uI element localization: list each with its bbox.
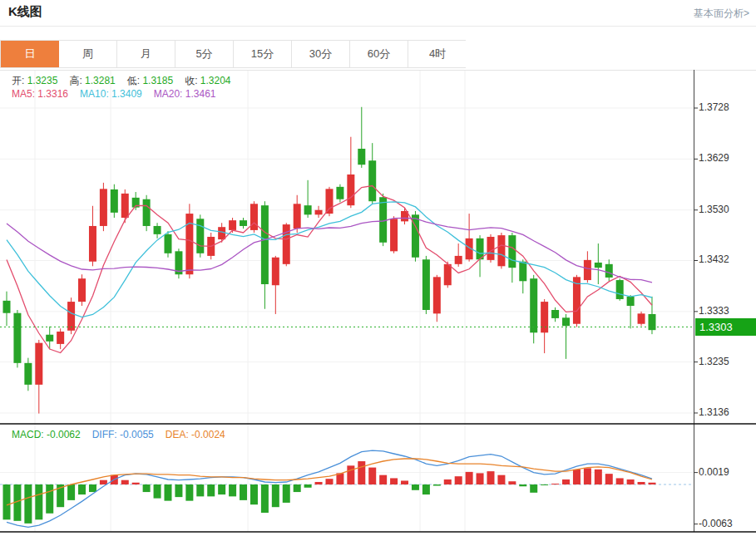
- candle: [519, 262, 526, 282]
- candle: [584, 260, 591, 280]
- macd-bar: [648, 483, 655, 484]
- candle: [497, 235, 505, 266]
- macd-bar: [422, 484, 430, 494]
- macd-bar: [562, 479, 570, 484]
- ma-legend-item: MA10: 1.3409: [80, 88, 142, 100]
- ohlc-legend: 开: 1.3235高: 1.3281低: 1.3185收: 1.3204: [12, 74, 243, 88]
- macd-bar: [229, 484, 236, 496]
- candle: [3, 301, 11, 313]
- macd-axis-tick: 0.0019: [699, 466, 754, 478]
- period-tab-bar: 日周月5分15分30分60分4时: [0, 40, 466, 68]
- macd-bar: [379, 475, 387, 484]
- candle: [616, 280, 624, 299]
- tab-period-7[interactable]: 4时: [408, 41, 467, 67]
- page-title: K线图: [8, 4, 42, 20]
- candle: [35, 343, 42, 385]
- candle: [121, 194, 129, 218]
- tab-period-4[interactable]: 15分: [234, 41, 292, 67]
- macd-bar: [455, 476, 462, 484]
- candle: [627, 297, 635, 306]
- macd-bar: [272, 484, 279, 507]
- candle: [315, 210, 323, 215]
- candle: [347, 175, 354, 205]
- macd-bar: [132, 483, 140, 484]
- candle: [551, 310, 559, 318]
- macd-bar: [315, 482, 323, 484]
- tab-period-5[interactable]: 30分: [292, 41, 350, 67]
- macd-bar: [508, 481, 516, 484]
- macd-bar: [185, 484, 193, 501]
- candle: [648, 314, 655, 330]
- tab-period-1[interactable]: 周: [59, 41, 117, 67]
- macd-bar: [325, 479, 333, 484]
- candle: [541, 302, 548, 332]
- candle: [143, 199, 151, 226]
- macd-bar: [412, 484, 419, 490]
- price-axis-tick: 1.3530: [699, 204, 754, 215]
- candle: [595, 263, 602, 268]
- macd-bar: [466, 472, 473, 484]
- macd-bar: [595, 470, 602, 484]
- candle: [477, 238, 484, 259]
- candle: [455, 256, 462, 264]
- ma-legend-item: MA20: 1.3461: [154, 88, 216, 100]
- candle: [530, 278, 537, 332]
- macd-axis-tick: -0.0063: [699, 518, 754, 529]
- candle: [605, 264, 613, 278]
- candle: [422, 259, 430, 310]
- candle: [433, 277, 441, 313]
- macd-bar: [196, 484, 204, 496]
- macd-bar: [627, 479, 635, 484]
- candle: [154, 226, 161, 234]
- tab-period-6[interactable]: 60分: [350, 41, 408, 67]
- candle: [304, 205, 312, 214]
- tab-period-0[interactable]: 日: [1, 41, 59, 67]
- macd-bar: [519, 484, 526, 486]
- macd-bar: [358, 461, 365, 484]
- candle: [229, 220, 236, 230]
- macd-bar: [121, 480, 129, 484]
- macd-bar: [551, 484, 559, 484]
- candle: [562, 317, 570, 326]
- candle: [196, 219, 204, 253]
- tab-period-3[interactable]: 5分: [175, 41, 234, 67]
- macd-bar: [530, 484, 537, 493]
- candle: [78, 278, 86, 302]
- candle: [46, 335, 53, 342]
- price-axis-tick: 1.3235: [699, 356, 754, 367]
- macd-bar: [67, 484, 75, 500]
- candle: [272, 258, 279, 285]
- macd-bar: [250, 484, 258, 504]
- candlestick-macd-chart[interactable]: [0, 70, 756, 536]
- ohlc-legend-item: 开: 1.3235: [12, 75, 57, 86]
- macd-bar: [573, 470, 581, 484]
- fundamental-analysis-link[interactable]: 基本面分析>: [694, 7, 749, 21]
- macd-bar: [616, 478, 624, 484]
- ma-legend: MA5: 1.3316MA10: 1.3409MA20: 1.3461: [12, 88, 227, 100]
- macd-bar: [304, 484, 312, 488]
- candle: [164, 234, 171, 253]
- candle: [283, 224, 290, 264]
- candle: [240, 220, 247, 226]
- macd-legend-item: DEA: -0.0024: [166, 429, 225, 440]
- macd-bar: [347, 465, 354, 484]
- macd-bar: [164, 484, 171, 501]
- macd-bar: [175, 484, 182, 497]
- macd-bar: [240, 484, 247, 500]
- macd-bar: [3, 484, 11, 519]
- macd-bar: [143, 484, 151, 492]
- chart-area: 开: 1.3235高: 1.3281低: 1.3185收: 1.3204 MA5…: [0, 70, 756, 536]
- macd-bar: [207, 484, 215, 496]
- candle: [358, 149, 365, 165]
- macd-bar: [261, 484, 269, 513]
- candle: [24, 363, 32, 385]
- candle: [67, 302, 75, 331]
- header-divider: [0, 26, 756, 27]
- tab-period-2[interactable]: 月: [117, 41, 175, 67]
- price-axis-tick: 1.3432: [699, 253, 754, 265]
- candle: [508, 235, 516, 268]
- candle: [390, 219, 398, 251]
- macd-bar: [154, 484, 161, 499]
- candle: [638, 313, 645, 323]
- ohlc-legend-item: 低: 1.3185: [127, 75, 173, 86]
